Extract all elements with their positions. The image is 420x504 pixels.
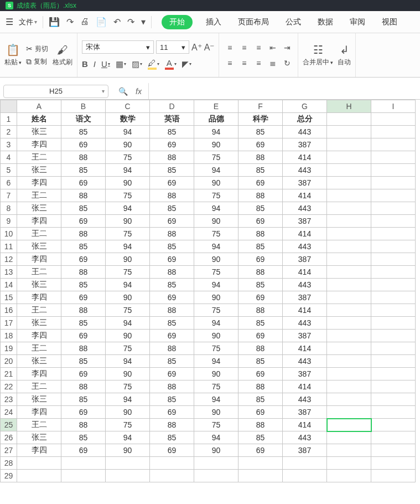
cell[interactable]: 张三: [17, 431, 61, 444]
cell[interactable]: [238, 457, 283, 470]
column-header[interactable]: I: [371, 100, 416, 113]
cell[interactable]: 90: [194, 406, 238, 419]
cell[interactable]: 90: [106, 215, 150, 228]
column-header[interactable]: G: [283, 100, 327, 113]
cell[interactable]: 88: [238, 228, 283, 240]
cell[interactable]: [371, 444, 416, 457]
cell[interactable]: 75: [106, 228, 150, 240]
cell[interactable]: [17, 470, 61, 482]
cell[interactable]: 69: [150, 177, 194, 189]
row-header[interactable]: 5: [1, 164, 17, 177]
tab-layout[interactable]: 页面布局: [235, 15, 272, 29]
cell[interactable]: 88: [238, 380, 283, 393]
cell[interactable]: 85: [150, 431, 194, 444]
align-center-icon[interactable]: ≡: [238, 56, 250, 70]
cell[interactable]: [327, 151, 371, 164]
copy-button[interactable]: ⧉复制: [26, 57, 48, 66]
cell[interactable]: 85: [61, 202, 106, 215]
cell[interactable]: 75: [106, 151, 150, 164]
cell[interactable]: 443: [283, 393, 327, 406]
cell[interactable]: 数学: [106, 113, 150, 126]
cell[interactable]: 85: [61, 393, 106, 406]
cell[interactable]: 94: [106, 240, 150, 253]
tab-view[interactable]: 视图: [378, 15, 401, 29]
name-box[interactable]: H25 ▾: [3, 85, 108, 98]
cell[interactable]: 85: [61, 240, 106, 253]
cell[interactable]: 94: [194, 164, 238, 177]
cell[interactable]: 94: [106, 202, 150, 215]
cell[interactable]: 90: [194, 138, 238, 151]
bold-button[interactable]: B: [82, 59, 88, 69]
row-header[interactable]: 23: [1, 393, 17, 406]
align-right-icon[interactable]: ≡: [252, 56, 265, 70]
cell[interactable]: [194, 470, 238, 482]
cell[interactable]: 姓名: [17, 113, 61, 126]
cell[interactable]: [371, 457, 416, 470]
cell[interactable]: 85: [150, 164, 194, 177]
cell[interactable]: 69: [61, 368, 106, 380]
row-header[interactable]: 2: [1, 126, 17, 138]
cell[interactable]: 90: [106, 444, 150, 457]
cell[interactable]: 90: [106, 406, 150, 419]
cell[interactable]: 69: [150, 291, 194, 304]
increase-font-icon[interactable]: A⁺: [191, 42, 202, 53]
column-header[interactable]: F: [238, 100, 283, 113]
cell[interactable]: 王二: [17, 342, 61, 355]
cell[interactable]: 94: [106, 126, 150, 138]
cell[interactable]: 75: [194, 151, 238, 164]
cell[interactable]: 88: [61, 151, 106, 164]
row-header[interactable]: 25: [1, 419, 17, 431]
cell[interactable]: 94: [194, 393, 238, 406]
cell[interactable]: 90: [106, 253, 150, 266]
cell[interactable]: [327, 457, 371, 470]
cell[interactable]: 75: [106, 304, 150, 317]
cell[interactable]: [371, 266, 416, 279]
cell[interactable]: 李四: [17, 215, 61, 228]
row-header[interactable]: 17: [1, 317, 17, 330]
cell[interactable]: 387: [283, 368, 327, 380]
cell[interactable]: [371, 431, 416, 444]
cell[interactable]: [327, 380, 371, 393]
cell[interactable]: [327, 138, 371, 151]
cell[interactable]: [371, 126, 416, 138]
cell[interactable]: 94: [106, 393, 150, 406]
cell[interactable]: [283, 457, 327, 470]
cell[interactable]: [194, 457, 238, 470]
cell[interactable]: 88: [61, 189, 106, 202]
cell[interactable]: 69: [238, 253, 283, 266]
cell[interactable]: 414: [283, 419, 327, 431]
cell[interactable]: 443: [283, 240, 327, 253]
font-name-select[interactable]: 宋体 ▾: [82, 40, 154, 54]
cell[interactable]: [327, 126, 371, 138]
align-middle-icon[interactable]: ≡: [238, 41, 250, 54]
align-top-icon[interactable]: ≡: [224, 41, 236, 54]
cell[interactable]: 85: [150, 279, 194, 291]
cell[interactable]: 69: [61, 177, 106, 189]
cell[interactable]: 85: [61, 126, 106, 138]
cell[interactable]: 414: [283, 304, 327, 317]
row-header[interactable]: 8: [1, 202, 17, 215]
cell[interactable]: [327, 342, 371, 355]
cut-button[interactable]: ✂剪切: [26, 44, 48, 54]
column-header[interactable]: E: [194, 100, 238, 113]
cell[interactable]: [327, 355, 371, 368]
cell[interactable]: 69: [61, 215, 106, 228]
cell[interactable]: 75: [194, 342, 238, 355]
cell[interactable]: 李四: [17, 177, 61, 189]
cell[interactable]: 75: [106, 266, 150, 279]
cell[interactable]: 85: [150, 355, 194, 368]
cell[interactable]: 王二: [17, 189, 61, 202]
cell[interactable]: [371, 215, 416, 228]
row-header[interactable]: 6: [1, 177, 17, 189]
cell[interactable]: 69: [150, 444, 194, 457]
cell[interactable]: [327, 202, 371, 215]
cell[interactable]: 90: [194, 291, 238, 304]
cell[interactable]: [371, 406, 416, 419]
orientation-icon[interactable]: ↻: [281, 56, 293, 70]
row-header[interactable]: 13: [1, 266, 17, 279]
cell[interactable]: [327, 113, 371, 126]
cell[interactable]: 387: [283, 138, 327, 151]
cell[interactable]: 王二: [17, 266, 61, 279]
cell[interactable]: 443: [283, 279, 327, 291]
cell[interactable]: [371, 330, 416, 342]
